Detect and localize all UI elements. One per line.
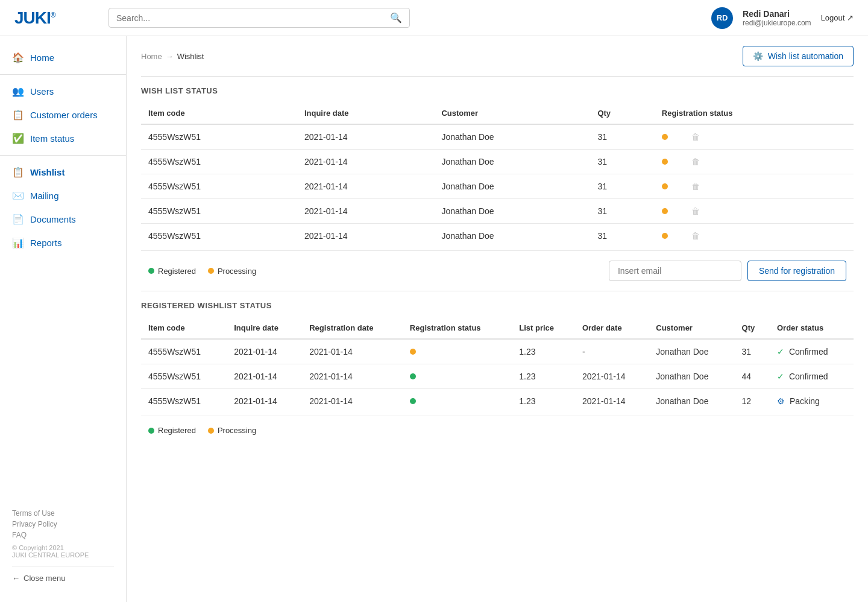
breadcrumb-home[interactable]: Home	[141, 52, 162, 61]
email-input[interactable]	[609, 261, 741, 281]
reg-col-order-date: Order date	[575, 317, 649, 339]
table-row: 4555WszW51 2021-01-14 Jonathan Doe 31 🗑	[141, 224, 854, 249]
cell-qty: 31	[590, 124, 654, 150]
cell-qty: 31	[590, 150, 654, 174]
terms-link[interactable]: Terms of Use	[12, 509, 114, 518]
registered-legend-row: Registered Processing	[141, 416, 854, 440]
order-status: ✓ Confirmed	[777, 347, 846, 356]
check-icon: ✓	[777, 372, 784, 381]
status-dot	[662, 134, 668, 140]
mailing-icon: ✉️	[12, 190, 24, 201]
logo-text: JUKI®	[14, 8, 55, 28]
wish-list-status-title: WISH LIST STATUS	[141, 76, 854, 103]
cell-customer: Jonathan Doe	[434, 150, 590, 174]
cell-qty: 31	[590, 224, 654, 249]
cell-inquire-date: 2021-01-14	[297, 199, 435, 224]
status-dot	[662, 208, 668, 214]
cell-inquire-date: 2021-01-14	[297, 224, 435, 249]
reg-status-dot	[410, 349, 416, 355]
delete-icon[interactable]: 🗑	[691, 231, 700, 241]
cell-reg-date: 2021-01-14	[302, 364, 403, 389]
send-registration-button[interactable]: Send for registration	[747, 261, 846, 281]
sidebar-item-wishlist[interactable]: 📋 Wishlist	[0, 160, 126, 184]
wishlist-automation-button[interactable]: ⚙️ Wish list automation	[743, 46, 854, 66]
main-content: Home → Wishlist ⚙️ Wish list automation …	[127, 36, 868, 602]
sidebar-label-item-status: Item status	[30, 133, 74, 144]
cell-reg-status: 🗑	[655, 174, 854, 199]
cell-item-code: 4555WszW51	[141, 339, 227, 364]
automation-label: Wish list automation	[768, 51, 843, 61]
sidebar-label-documents: Documents	[30, 214, 76, 224]
cell-qty: 31	[590, 174, 654, 199]
reg-processing-dot	[208, 428, 214, 434]
wish-list-table: Item code Inquire date Customer Qty Regi…	[141, 103, 854, 248]
cell-qty: 12	[735, 389, 770, 414]
logout-button[interactable]: Logout ↗	[821, 13, 854, 22]
sidebar-item-customer-orders[interactable]: 📋 Customer orders	[0, 103, 126, 127]
registered-dot	[148, 268, 154, 274]
wish-list-table-header: Item code Inquire date Customer Qty Regi…	[141, 103, 854, 124]
sidebar-item-documents[interactable]: 📄 Documents	[0, 208, 126, 231]
status-dot	[662, 159, 668, 165]
cell-item-code: 4555WszW51	[141, 150, 297, 174]
cell-inquire-date: 2021-01-14	[227, 364, 302, 389]
reg-status-dot	[410, 373, 416, 379]
cell-inquire-date: 2021-01-14	[227, 339, 302, 364]
table-row: 4555WszW51 2021-01-14 Jonathan Doe 31 🗑	[141, 199, 854, 224]
cell-order-date: -	[575, 339, 649, 364]
sidebar-item-home[interactable]: 🏠 Home	[0, 46, 126, 69]
sidebar-item-reports[interactable]: 📊 Reports	[0, 231, 126, 255]
cell-item-code: 4555WszW51	[141, 224, 297, 249]
item-status-icon: ✅	[12, 133, 24, 144]
registered-table-header: Item code Inquire date Registration date…	[141, 317, 854, 339]
copyright: © Copyright 2021JUKI CENTRAL EUROPE	[12, 544, 114, 559]
close-menu-button[interactable]: ← Close menu	[12, 566, 114, 583]
col-qty: Qty	[590, 103, 654, 124]
cell-item-code: 4555WszW51	[141, 364, 227, 389]
cell-reg-date: 2021-01-14	[302, 389, 403, 414]
table-row: 4555WszW51 2021-01-14 Jonathan Doe 31 🗑	[141, 174, 854, 199]
reg-col-reg-status: Registration status	[403, 317, 512, 339]
sidebar-label-wishlist: Wishlist	[30, 167, 64, 177]
cell-inquire-date: 2021-01-14	[227, 389, 302, 414]
search-input[interactable]	[116, 13, 385, 23]
users-icon: 👥	[12, 86, 24, 97]
cell-customer: Jonathan Doe	[434, 174, 590, 199]
sidebar-label-home: Home	[30, 52, 54, 63]
sidebar-item-mailing[interactable]: ✉️ Mailing	[0, 184, 126, 208]
reg-registered-dot	[148, 428, 154, 434]
cell-reg-date: 2021-01-14	[302, 339, 403, 364]
faq-link[interactable]: FAQ	[12, 531, 114, 539]
breadcrumb-current: Wishlist	[177, 52, 204, 61]
cell-customer: Jonathan Doe	[434, 124, 590, 150]
layout: 🏠 Home 👥 Users 📋 Customer orders ✅ Item …	[0, 36, 868, 602]
delete-icon[interactable]: 🗑	[691, 132, 700, 142]
table-row: 4555WszW51 2021-01-14 Jonathan Doe 31 🗑	[141, 150, 854, 174]
delete-icon[interactable]: 🗑	[691, 206, 700, 216]
cell-customer: Jonathan Doe	[649, 389, 734, 414]
breadcrumb-sep: →	[166, 52, 174, 61]
cell-reg-status: 🗑	[655, 224, 854, 249]
cell-order-date: 2021-01-14	[575, 364, 649, 389]
header: JUKI® 🔍 RD Redi Danari redi@jukieurope.c…	[0, 0, 868, 36]
reports-icon: 📊	[12, 237, 24, 249]
reg-col-reg-date: Registration date	[302, 317, 403, 339]
delete-icon[interactable]: 🗑	[691, 157, 700, 166]
reg-registered-label: Registered	[158, 426, 196, 435]
col-customer: Customer	[434, 103, 590, 124]
cell-reg-status	[403, 339, 512, 364]
sidebar-item-item-status[interactable]: ✅ Item status	[0, 127, 126, 150]
wishlist-icon: 📋	[12, 166, 24, 178]
cell-qty: 44	[735, 364, 770, 389]
privacy-link[interactable]: Privacy Policy	[12, 520, 114, 528]
table-row: 4555WszW51 2021-01-14 2021-01-14 1.23 20…	[141, 389, 854, 414]
cell-reg-status: 🗑	[655, 199, 854, 224]
cell-order-status: ✓ Confirmed	[770, 364, 854, 389]
cell-customer: Jonathan Doe	[434, 199, 590, 224]
sidebar-footer: Terms of Use Privacy Policy FAQ © Copyri…	[0, 499, 126, 592]
sidebar-item-users[interactable]: 👥 Users	[0, 80, 126, 103]
cell-reg-status	[403, 389, 512, 414]
header-right: RD Redi Danari redi@jukieurope.com Logou…	[711, 7, 854, 29]
legend-processing: Processing	[208, 267, 256, 276]
delete-icon[interactable]: 🗑	[691, 182, 700, 191]
